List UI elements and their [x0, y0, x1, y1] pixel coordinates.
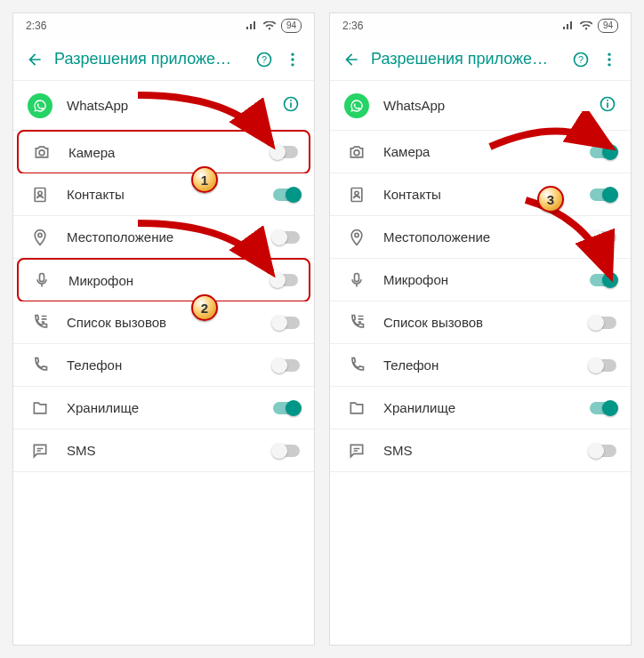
permission-row-storage: Хранилище: [330, 387, 631, 429]
calllog-icon: [344, 314, 369, 332]
permission-label: Хранилище: [67, 400, 273, 415]
permission-row-contacts: Контакты: [330, 173, 631, 216]
svg-point-8: [39, 150, 44, 156]
battery-indicator: 94: [281, 19, 302, 33]
svg-rect-12: [40, 274, 44, 282]
whatsapp-icon: [28, 93, 52, 118]
status-time: 2:36: [342, 20, 363, 32]
arrow-back-icon: [26, 51, 44, 68]
svg-point-17: [608, 63, 610, 66]
storage-icon: [28, 399, 52, 417]
status-right: 94: [246, 19, 302, 33]
back-button[interactable]: [20, 51, 49, 68]
permission-toggle-contacts[interactable]: [273, 189, 300, 201]
mic-icon: [344, 271, 369, 289]
app-info-button[interactable]: [282, 95, 300, 116]
app-header: WhatsApp: [330, 81, 631, 131]
permission-toggle-mic[interactable]: [590, 274, 616, 286]
contacts-icon: [28, 186, 52, 204]
phone-right: 2:36 94 Разрешения приложе… ? WhatsApp К…: [329, 12, 632, 646]
permission-toggle-camera[interactable]: [590, 146, 616, 158]
permission-label: Телефон: [383, 357, 590, 373]
arrow-back-icon: [342, 51, 360, 68]
help-icon: ?: [572, 51, 590, 68]
svg-rect-7: [290, 100, 292, 101]
whatsapp-icon: [344, 93, 369, 118]
svg-point-10: [38, 191, 42, 195]
permission-row-sms: SMS: [13, 429, 314, 472]
title-bar: Разрешения приложе… ?: [330, 38, 631, 81]
permission-label: SMS: [67, 443, 273, 458]
permission-toggle-calllog[interactable]: [590, 317, 616, 329]
permission-toggle-phone[interactable]: [273, 359, 300, 372]
more-vert-icon: [284, 51, 302, 68]
info-icon: [282, 95, 300, 113]
permission-toggle-contacts[interactable]: [590, 189, 616, 201]
signal-icon: [246, 21, 258, 30]
permission-label: Список вызовов: [383, 315, 590, 330]
svg-point-23: [355, 191, 358, 195]
page-title: Разрешения приложе…: [366, 50, 567, 68]
signal-icon: [562, 21, 575, 30]
annotation-badge-1: 1: [191, 166, 218, 193]
permission-row-camera: Камера: [330, 131, 631, 173]
help-icon: ?: [255, 51, 273, 68]
permission-toggle-calllog[interactable]: [273, 317, 300, 329]
status-bar: 2:36 94: [13, 13, 314, 38]
permission-toggle-storage[interactable]: [273, 402, 300, 414]
svg-point-11: [38, 233, 42, 237]
permission-row-contacts: Контакты: [13, 173, 314, 216]
permission-row-calllog: Список вызовов: [330, 301, 631, 344]
permission-label: Телефон: [67, 357, 273, 373]
wifi-icon: [580, 21, 592, 30]
location-icon: [28, 229, 52, 246]
more-button[interactable]: [278, 51, 307, 68]
permission-label: Местоположение: [383, 229, 590, 245]
permission-toggle-location[interactable]: [273, 231, 300, 244]
app-header: WhatsApp: [13, 81, 314, 131]
svg-point-16: [608, 58, 610, 60]
permission-label: Камера: [383, 144, 590, 159]
permission-toggle-storage[interactable]: [590, 402, 616, 414]
help-button[interactable]: ?: [567, 51, 595, 68]
permission-toggle-sms[interactable]: [590, 445, 616, 457]
annotation-badge-2: 2: [191, 294, 218, 321]
status-bar: 2:36 94: [330, 13, 631, 38]
permission-toggle-mic[interactable]: [271, 274, 298, 286]
camera-icon: [344, 143, 369, 161]
permission-toggle-location[interactable]: [590, 231, 616, 244]
permission-row-location: Местоположение: [13, 216, 314, 259]
battery-indicator: 94: [598, 19, 618, 33]
permission-toggle-phone[interactable]: [590, 359, 616, 372]
contacts-icon: [344, 186, 369, 204]
permission-row-location: Местоположение: [330, 216, 631, 259]
svg-point-21: [354, 149, 359, 155]
app-info-button[interactable]: [599, 95, 616, 116]
status-time: 2:36: [26, 20, 46, 32]
permission-toggle-sms[interactable]: [273, 445, 300, 457]
svg-rect-20: [607, 100, 608, 101]
svg-text:?: ?: [578, 54, 584, 65]
permission-row-phone: Телефон: [13, 344, 314, 387]
back-button[interactable]: [337, 51, 366, 68]
app-name: WhatsApp: [383, 98, 599, 113]
camera-icon: [29, 143, 54, 161]
svg-point-24: [355, 233, 358, 237]
storage-icon: [344, 399, 369, 417]
more-button[interactable]: [595, 51, 624, 68]
help-button[interactable]: ?: [250, 51, 278, 68]
mic-icon: [29, 271, 54, 289]
permission-toggle-camera[interactable]: [271, 146, 298, 158]
annotation-badge-3: 3: [537, 186, 564, 213]
phone-left: 2:36 94 Разрешения приложе… ? WhatsApp К…: [12, 12, 315, 646]
more-vert-icon: [600, 51, 618, 68]
permission-label: Камера: [68, 145, 271, 160]
permission-row-sms: SMS: [330, 429, 631, 472]
phone-icon: [28, 357, 52, 374]
permission-label: Микрофон: [68, 273, 271, 288]
calllog-icon: [28, 314, 52, 332]
svg-rect-25: [355, 273, 359, 281]
app-name: WhatsApp: [67, 98, 282, 113]
permission-list-left: КамераКонтактыМестоположениеМикрофонСпис…: [13, 130, 314, 472]
permission-row-mic: Микрофон: [330, 259, 631, 301]
